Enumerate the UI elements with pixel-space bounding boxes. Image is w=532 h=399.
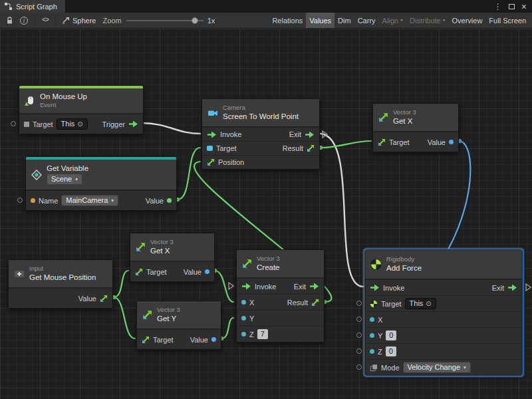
node-category: Vector 3: [157, 307, 180, 313]
graph-context-label[interactable]: Sphere: [72, 17, 96, 25]
flow-arrow-icon[interactable]: [507, 284, 517, 291]
flow-arrow-icon[interactable]: [305, 131, 315, 138]
flow-arrow-icon[interactable]: [128, 120, 138, 128]
node-title: Create: [257, 263, 280, 272]
node-get-x-top[interactable]: Vector 3 Get X Target Value: [372, 103, 459, 152]
edit-source-button[interactable]: <>: [39, 13, 52, 28]
node-on-mouse-up[interactable]: On Mouse Up Event Target This ⊙ Trigger: [19, 85, 144, 134]
z-input-port[interactable]: [356, 348, 362, 354]
node-get-mouse-position[interactable]: Input Get Mouse Position Value: [8, 259, 113, 309]
float-port-icon[interactable]: [241, 332, 246, 336]
target-object-chip[interactable]: This ⊙: [57, 118, 88, 130]
value-output-port[interactable]: [167, 198, 172, 203]
value-output-port[interactable]: [211, 337, 216, 342]
force-mode-dropdown[interactable]: Velocity Change ▾: [403, 362, 471, 373]
flow-arrow-icon[interactable]: [370, 284, 380, 291]
target-input-port[interactable]: [11, 121, 16, 126]
zoom-slider[interactable]: [126, 16, 203, 25]
vector3-icon: [242, 259, 252, 269]
z-value-field[interactable]: 7: [257, 329, 268, 339]
rigidbody-port-icon[interactable]: [370, 300, 378, 308]
x-input-port[interactable]: [356, 317, 362, 322]
close-icon[interactable]: ×: [521, 2, 527, 11]
flow-arrow-icon[interactable]: [309, 283, 319, 290]
x-port-label: X: [378, 316, 382, 324]
object-picker-icon: ⊙: [77, 120, 82, 128]
exit-port-label: Exit: [294, 283, 306, 291]
float-port-icon[interactable]: [370, 349, 374, 354]
align-button[interactable]: Align▾: [379, 13, 406, 28]
node-header: Get Variable Scene ▾: [26, 160, 176, 190]
node-title: Screen To World Point: [223, 112, 299, 121]
vector3-icon: [136, 242, 146, 252]
carry-button[interactable]: Carry: [354, 13, 379, 28]
wire-trigger-to-invoke: [142, 123, 200, 134]
wire-variable-to-camera-target: [178, 148, 200, 200]
lock-button[interactable]: [3, 13, 17, 28]
vector3-port-icon[interactable]: [307, 144, 315, 152]
graph-canvas[interactable]: On Mouse Up Event Target This ⊙ Trigger: [0, 29, 532, 399]
target-port-label: Target: [216, 144, 237, 152]
float-port-icon[interactable]: [241, 300, 246, 305]
node-category: Rigidbody: [386, 256, 422, 263]
mode-input-port[interactable]: [356, 364, 362, 370]
vector3-port-icon[interactable]: [100, 295, 108, 303]
float-port-icon[interactable]: [241, 316, 246, 321]
enum-port-icon[interactable]: [370, 364, 378, 372]
target-port-label: Target: [153, 336, 174, 344]
mouse-up-icon: [25, 96, 35, 106]
float-port-icon[interactable]: [370, 317, 374, 322]
distribute-button[interactable]: Distribute▾: [406, 13, 448, 28]
z-value-field[interactable]: 0: [386, 346, 396, 356]
zoom-slider-handle[interactable]: [192, 17, 198, 24]
relations-button[interactable]: Relations: [269, 13, 306, 28]
node-row: Invoke Exit: [237, 278, 324, 294]
node-get-y[interactable]: Vector 3 Get Y Target Value: [136, 301, 221, 350]
code-icon: <>: [42, 17, 49, 24]
vector3-port-icon[interactable]: [378, 138, 386, 146]
exit-flow-port[interactable]: [525, 283, 531, 291]
values-button[interactable]: Values: [306, 13, 334, 28]
flow-arrow-icon[interactable]: [241, 283, 251, 290]
node-row: Target Value: [137, 329, 221, 349]
inspect-button[interactable]: i: [17, 13, 31, 28]
invoke-port-label: Invoke: [220, 130, 241, 138]
vector3-port-icon[interactable]: [311, 299, 319, 307]
variable-name-dropdown[interactable]: MainCamera ▾: [61, 195, 118, 206]
dim-button[interactable]: Dim: [334, 13, 354, 28]
tab-script-graph[interactable]: Script Graph: [0, 0, 65, 13]
node-row: Name MainCamera ▾ Value: [26, 190, 176, 210]
value-output-port[interactable]: [449, 140, 454, 144]
target-input-port[interactable]: [356, 301, 362, 306]
result-port-label: Result: [283, 144, 303, 152]
maximize-icon[interactable]: [509, 4, 515, 9]
node-create-vector3[interactable]: Vector 3 Create Invoke Exit X Result: [236, 249, 325, 342]
node-screen-to-world-point[interactable]: Camera Screen To World Point Invoke Exit…: [201, 98, 320, 170]
target-object-chip[interactable]: This ⊙: [405, 298, 436, 309]
node-add-force[interactable]: Rigidbody Add Force Invoke Exit: [364, 249, 523, 376]
value-port-label: Value: [428, 138, 446, 146]
wire-gety-to-create-y: [221, 318, 233, 338]
camera-type-icon[interactable]: [207, 146, 213, 151]
flow-arrow-icon[interactable]: [207, 131, 217, 138]
fullscreen-button[interactable]: Full Screen: [485, 13, 529, 28]
y-input-port[interactable]: [356, 332, 362, 338]
invoke-flow-port[interactable]: [228, 282, 234, 290]
value-port-label: Value: [190, 336, 208, 344]
name-port-label: Name: [39, 197, 58, 205]
overview-button[interactable]: Overview: [449, 13, 486, 28]
menu-icon[interactable]: ⋮: [494, 3, 502, 11]
vector3-port-icon[interactable]: [135, 268, 143, 276]
float-port-icon[interactable]: [370, 333, 374, 338]
wire-mouse-to-gety-target: [114, 297, 135, 338]
vector3-port-icon[interactable]: [142, 336, 150, 344]
y-value-field[interactable]: 0: [386, 331, 396, 340]
exit-flow-port[interactable]: [322, 130, 328, 138]
node-get-variable[interactable]: Get Variable Scene ▾ Name MainCamera ▾ V…: [25, 156, 177, 211]
vector3-port-icon[interactable]: [207, 158, 215, 166]
name-input-port[interactable]: [17, 198, 23, 203]
string-port-icon[interactable]: [31, 198, 35, 203]
node-get-x-mid[interactable]: Vector 3 Get X Target Value: [130, 233, 215, 282]
value-output-port[interactable]: [205, 269, 209, 274]
variable-scope-dropdown[interactable]: Scene ▾: [47, 174, 82, 185]
